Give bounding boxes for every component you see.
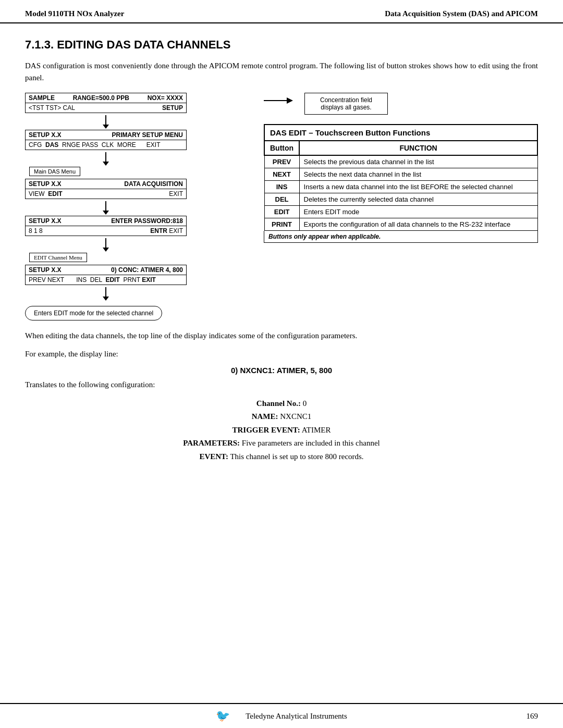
intro-text: DAS configuration is most conveniently d…	[25, 60, 538, 83]
arrow1	[93, 115, 119, 130]
callout-arrow	[264, 93, 295, 108]
footer-logo: 🐦	[216, 709, 230, 723]
arrow5	[93, 287, 119, 302]
arrow4	[93, 238, 119, 253]
screen5: SETUP X.X 0) CONC: ATIMER 4, 800 PREV NE…	[25, 265, 187, 285]
das-table-title: DAS EDIT – Touchscreen Button Functions	[264, 124, 538, 140]
das-table-note: Buttons only appear when applicable.	[264, 231, 538, 243]
table-cell-button: NEXT	[264, 168, 299, 181]
s2-setup: SETUP X.X	[29, 131, 61, 139]
header-left: Model 9110TH NOx Analyzer	[25, 9, 124, 18]
table-row: EDITEnters EDIT mode	[264, 206, 537, 218]
table-cell-function: Exports the configuration of all data ch…	[299, 218, 537, 231]
table-cell-function: Selects the next data channel in the lis…	[299, 168, 537, 181]
screen3-block: SETUP X.X DATA ACQUISITION VIEW EDIT EXI…	[25, 179, 249, 199]
col-button: Button	[264, 141, 299, 155]
right-column: Concentration fielddisplays all gases. D…	[264, 93, 538, 243]
config-line5: EVENT: This channel is set up to store 8…	[25, 450, 538, 464]
table-row: PREVSelects the previous data channel in…	[264, 155, 537, 168]
display-line: 0) NXCNC1: ATIMER, 5, 800	[25, 366, 538, 375]
table-row: PRINTExports the configuration of all da…	[264, 218, 537, 231]
screen1-row: <TST TST> CAL SETUP	[26, 103, 186, 113]
page-header: Model 9110TH NOx Analyzer Data Acquisiti…	[0, 0, 563, 23]
annotation-box: Enters EDIT mode for the selected channe…	[25, 306, 162, 320]
svg-marker-1	[103, 125, 109, 129]
svg-marker-11	[287, 97, 293, 104]
s3-setup: SETUP X.X	[29, 180, 61, 188]
table-row: NEXTSelects the next data channel in the…	[264, 168, 537, 181]
screen4-header: SETUP X.X ENTER PASSWORD:818	[26, 216, 186, 226]
screen1-block: SAMPLE RANGE=500.0 PPB NOX= XXXX <TST TS…	[25, 93, 249, 113]
table-cell-function: Selects the previous data channel in the…	[299, 155, 537, 168]
svg-marker-9	[103, 297, 109, 301]
page-content: 7.1.3. EDITING DAS DATA CHANNELS DAS con…	[0, 23, 563, 703]
svg-marker-5	[103, 211, 109, 215]
s4-pw: ENTER PASSWORD:818	[111, 217, 183, 225]
s1-nox: NOX= XXXX	[148, 94, 183, 102]
s4-nums: 8 1 8	[29, 227, 43, 235]
screen5-header: SETUP X.X 0) CONC: ATIMER 4, 800	[26, 265, 186, 275]
screen2-header: SETUP X.X PRIMARY SETUP MENU	[26, 130, 186, 140]
main-das-label: Main DAS Menu	[29, 167, 80, 176]
screen5-row: PREV NEXT INS DEL EDIT PRNT EXIT	[26, 275, 186, 285]
screen4: SETUP X.X ENTER PASSWORD:818 8 1 8 ENTR …	[25, 216, 187, 236]
das-table: Button FUNCTION PREVSelects the previous…	[264, 140, 538, 231]
table-cell-button: PREV	[264, 155, 299, 168]
col-function: FUNCTION	[299, 141, 537, 155]
screen1-header: SAMPLE RANGE=500.0 PPB NOX= XXXX	[26, 93, 186, 103]
config-line1: Channel No.: 0	[25, 397, 538, 411]
s3-da: DATA ACQUISITION	[124, 180, 183, 188]
s5-menu: PREV NEXT INS DEL EDIT PRNT EXIT	[29, 276, 156, 283]
screen3-row: VIEW EDIT EXIT	[26, 189, 186, 199]
screen3: SETUP X.X DATA ACQUISITION VIEW EDIT EXI…	[25, 179, 187, 199]
callout-box: Concentration fielddisplays all gases.	[304, 93, 388, 115]
flowchart: SAMPLE RANGE=500.0 PPB NOX= XXXX <TST TS…	[25, 93, 249, 320]
config-line3: TRIGGER EVENT: ATIMER	[25, 424, 538, 437]
table-cell-function: Enters EDIT mode	[299, 206, 537, 218]
table-cell-button: EDIT	[264, 206, 299, 218]
s3-exit: EXIT	[169, 190, 183, 198]
das-table-container: DAS EDIT – Touchscreen Button Functions …	[264, 124, 538, 243]
callout-area: Concentration fielddisplays all gases.	[264, 93, 538, 115]
s1-range: RANGE=500.0 PPB	[73, 94, 129, 102]
header-right: Data Acquisition System (DAS) and APICOM	[385, 9, 538, 18]
s5-setup: SETUP X.X	[29, 266, 61, 274]
screen4-block: SETUP X.X ENTER PASSWORD:818 8 1 8 ENTR …	[25, 216, 249, 236]
arrow2	[93, 152, 119, 167]
table-row: DELDeletes the currently selected data c…	[264, 193, 537, 206]
table-cell-button: PRINT	[264, 218, 299, 231]
diagram-area: SAMPLE RANGE=500.0 PPB NOX= XXXX <TST TS…	[25, 93, 538, 320]
s1-sample: SAMPLE	[29, 94, 55, 102]
config-block: Channel No.: 0 NAME: NXCNC1 TRIGGER EVEN…	[25, 397, 538, 464]
s4-entr: ENTR EXIT	[150, 227, 183, 235]
screen4-row: 8 1 8 ENTR EXIT	[26, 226, 186, 236]
edit-channel-label-wrapper: EDIT Channel Menu	[29, 253, 249, 264]
table-cell-function: Inserts a new data channel into the list…	[299, 181, 537, 193]
callout-text: Concentration fielddisplays all gases.	[320, 96, 372, 111]
table-cell-button: DEL	[264, 193, 299, 206]
s2-row: CFG DAS RNGE PASS CLK MORE EXIT	[29, 141, 161, 149]
screen5-block: SETUP X.X 0) CONC: ATIMER 4, 800 PREV NE…	[25, 265, 249, 285]
table-cell-button: INS	[264, 181, 299, 193]
section-title: 7.1.3. EDITING DAS DATA CHANNELS	[25, 38, 538, 52]
svg-marker-7	[103, 248, 109, 252]
svg-marker-3	[103, 162, 109, 166]
screen2-block: SETUP X.X PRIMARY SETUP MENU CFG DAS RNG…	[25, 130, 249, 150]
config-line2: NAME: NXCNC1	[25, 410, 538, 424]
body4: Translates to the following configuratio…	[25, 379, 538, 391]
s1-tst: <TST TST> CAL	[29, 104, 75, 112]
body3: For example, the display line:	[25, 348, 538, 360]
screen1: SAMPLE RANGE=500.0 PPB NOX= XXXX <TST TS…	[25, 93, 187, 113]
body2: When editing the data channels, the top …	[25, 330, 538, 342]
config-line4: PARAMETERS: Five parameters are included…	[25, 437, 538, 450]
s4-setup: SETUP X.X	[29, 217, 61, 225]
table-cell-function: Deletes the currently selected data chan…	[299, 193, 537, 206]
s5-conc: 0) CONC: ATIMER 4, 800	[111, 266, 183, 274]
screen3-header: SETUP X.X DATA ACQUISITION	[26, 179, 186, 189]
screen2-row: CFG DAS RNGE PASS CLK MORE EXIT	[26, 140, 186, 150]
footer-text: Teledyne Analytical Instruments	[246, 712, 347, 721]
edit-channel-label: EDIT Channel Menu	[29, 253, 87, 262]
arrow3	[93, 201, 119, 216]
page-footer: 🐦 Teledyne Analytical Instruments 169	[0, 703, 563, 728]
main-das-label-wrapper: Main DAS Menu	[29, 167, 249, 178]
